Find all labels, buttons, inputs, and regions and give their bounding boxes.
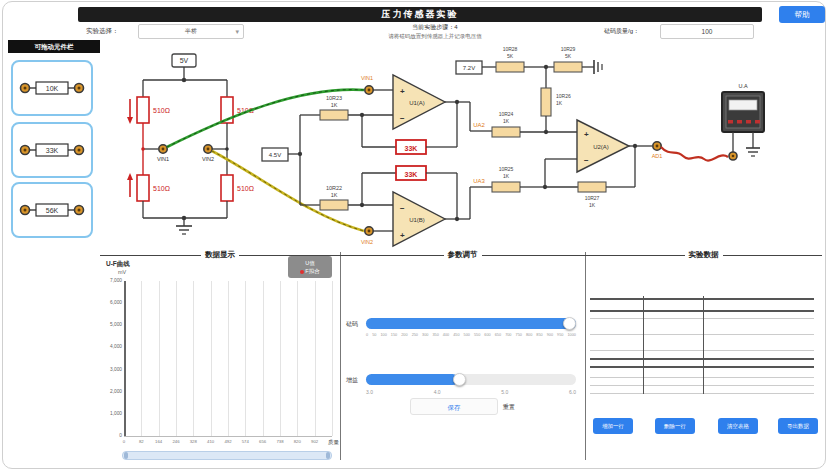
add-row-button[interactable]: 增加一行 [593,418,633,434]
supply-label: 5V [180,57,189,64]
ref-voltage-label: 4.5V [269,152,281,158]
help-button[interactable]: 帮助 [779,6,825,23]
table-line [590,318,814,319]
weight-slider-label: 砝码 [346,320,358,329]
datazoom-handle-right[interactable] [326,452,330,459]
wheatstone-bridge [127,54,233,234]
r23-value: 1K [331,102,338,108]
grid-line [228,281,229,436]
step-instruction: 请将砝码放置到传感器上并记录电压值 [330,33,540,40]
opamp2-plus: + [400,231,405,240]
instrument-amp-stage [262,75,492,246]
opamp3-minus: − [584,156,589,165]
step-counter: 当前实验步骤：4 [330,23,540,32]
resistor-33k-icon: 33K [13,124,91,176]
weight-slider-ticks: 0501001502002503003504004505005506006507… [366,333,576,337]
legend-dot-icon [300,270,304,274]
legend-item-fit[interactable]: F拟合 [290,267,330,275]
slider-tick-label: 550 [474,333,480,337]
datazoom-scrollbar[interactable] [122,451,332,460]
weight-slider[interactable] [366,318,576,329]
vin1-amp-core [368,89,371,92]
weight-input[interactable] [660,24,754,39]
gain-slider[interactable] [366,374,576,385]
feedback1-33k[interactable]: 33K [405,145,418,152]
delete-row-button[interactable]: 删除一行 [655,418,695,434]
vin1-terminal-label: VIN1 [361,75,373,81]
output-amp-stage [456,60,652,192]
slider-tick-label: 5.0 [501,389,508,395]
gain-slider-handle[interactable] [453,373,466,386]
slider-tick-label: 400 [443,333,449,337]
table-line [590,385,814,386]
grid-line [211,281,212,436]
component-item-33k[interactable]: 33K [11,122,93,178]
table-column-line [643,296,644,394]
component-item-56k[interactable]: 56K [11,182,93,238]
y-tick-label: 7,000 [100,278,122,283]
slider-tick-label: 850 [536,333,542,337]
chevron-down-icon: ▾ [235,25,239,38]
chart-legend[interactable]: U值 F拟合 [288,256,332,278]
vin1-node-label: VIN1 [157,156,169,162]
weight-slider-handle[interactable] [563,317,576,330]
svg-text:10K: 10K [46,85,59,92]
x-tick-label: 738 [271,439,289,444]
r28-value: 5K [507,53,514,59]
table-line [590,393,814,394]
slider-tick-label: 250 [412,333,418,337]
step-hint: 当前实验步骤：4 请将砝码放置到传感器上并记录电压值 [330,23,540,40]
table-line [590,310,814,312]
table-line [590,358,814,360]
r25-value: 1K [503,173,510,179]
export-data-button[interactable]: 导出数据 [778,418,818,434]
x-tick-label: 0 [115,439,133,444]
experiment-select-value: 半桥 [185,28,197,34]
slider-tick-label: 0 [366,333,368,337]
reset-label[interactable]: 重置 [503,403,515,412]
control-panel-header: 参数调节 [340,248,585,260]
experiment-select[interactable]: 半桥 ▾ [138,24,244,39]
grid-line [141,281,142,436]
clear-table-button[interactable]: 清空表格 [718,418,758,434]
feedback2-33k[interactable]: 33K [405,171,418,178]
table-line [590,350,814,351]
y-tick-label: 6,000 [100,300,122,305]
grid-line [315,281,316,436]
opamp2-minus: − [400,204,405,213]
wire-ad1-red[interactable] [661,147,728,161]
r29-name: 10R29 [561,46,576,52]
slider-tick-label: 4.0 [434,389,441,395]
wire-vin2-yellow[interactable] [212,151,364,231]
r24-name: 10R24 [499,111,514,117]
r25-name: 10R25 [499,166,514,172]
table-panel-title: 实验数据 [689,250,719,260]
save-button[interactable]: 保存 [410,398,498,415]
component-item-10k[interactable]: 10K [11,60,93,116]
y-tick-label: 4,000 [100,344,122,349]
grid-line [280,281,281,436]
chart-axis-title: U-F曲线 [106,260,130,269]
r24-value: 1K [503,118,510,124]
opamp1-plus: + [400,87,405,96]
y-tick-label: 1,000 [100,411,122,416]
slider-tick-label: 300 [422,333,428,337]
x-axis-line [124,436,332,437]
grid-line [263,281,264,436]
y-tick-label: 2,000 [100,389,122,394]
slider-tick-label: 650 [495,333,501,337]
r27-name: 10R27 [585,195,600,201]
ad1-label: AD1 [652,153,663,159]
experiment-select-label: 实验选择： [86,27,119,36]
gain-slider-ticks: 3.04.05.06.0 [366,389,576,395]
slider-tick-label: 700 [505,333,511,337]
datazoom-handle-left[interactable] [124,452,128,459]
slider-tick-label: 950 [557,333,563,337]
slider-tick-label: 350 [432,333,438,337]
slider-tick-label: 3.0 [366,389,373,395]
y-tick-label: 3,000 [100,367,122,372]
x-tick-label: 902 [306,439,324,444]
slider-tick-label: 1000 [567,333,575,337]
r27-value: 1K [589,202,596,208]
legend-item-u[interactable]: U值 [290,259,330,267]
